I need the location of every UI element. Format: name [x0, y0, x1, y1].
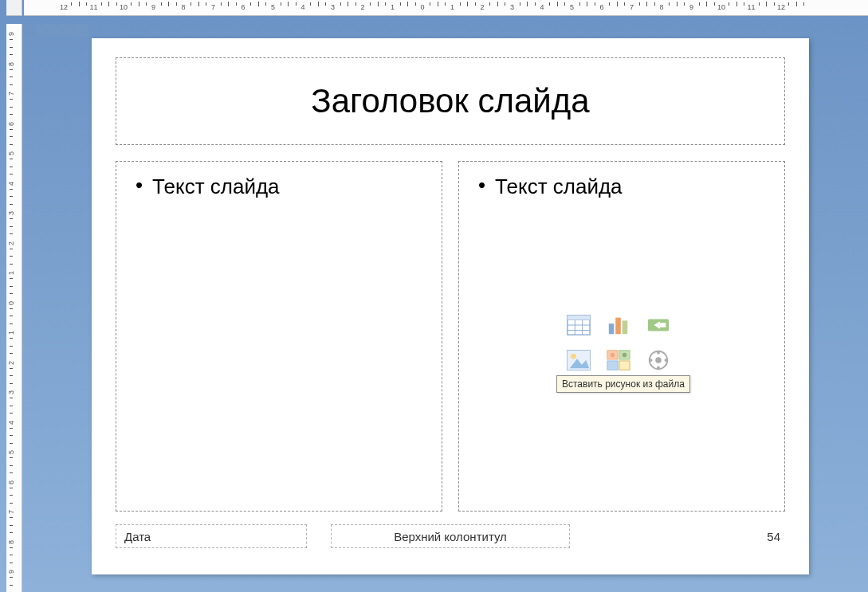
horizontal-ruler: 1211109876543210123456789101112 — [24, 0, 868, 16]
vertical-ruler: 9876543210123456789 — [6, 24, 22, 592]
svg-point-22 — [623, 353, 627, 358]
table-icon[interactable] — [565, 313, 592, 337]
slide-canvas[interactable]: Заголовок слайда Текст слайда Текст слай… — [92, 38, 809, 574]
svg-point-26 — [665, 359, 668, 362]
clipart-icon[interactable] — [605, 348, 632, 372]
tooltip-text: Вставить рисунок из файла — [562, 378, 685, 390]
svg-point-24 — [655, 357, 662, 363]
bullet-text-left: Текст слайда — [124, 168, 434, 199]
media-icon[interactable] — [645, 348, 672, 372]
svg-rect-6 — [568, 316, 590, 320]
tooltip: Вставить рисунок из файла — [556, 375, 690, 393]
title-text: Заголовок слайда — [311, 82, 589, 120]
insert-content-grid — [555, 313, 690, 380]
svg-point-28 — [650, 359, 653, 362]
svg-point-27 — [657, 367, 660, 370]
right-text: Текст слайда — [495, 174, 622, 199]
edge-shadow — [36, 24, 88, 37]
footer-date-text: Дата — [124, 530, 151, 543]
svg-point-25 — [657, 351, 660, 355]
page-number-text: 54 — [767, 530, 780, 543]
footer-center-placeholder[interactable]: Верхний колонтитул — [331, 524, 570, 548]
svg-rect-12 — [660, 323, 666, 327]
svg-point-21 — [611, 353, 615, 358]
svg-point-15 — [571, 354, 576, 359]
content-right-placeholder[interactable]: Текст слайда — [458, 161, 785, 512]
bullet-text-right: Текст слайда — [467, 168, 776, 199]
svg-rect-8 — [615, 318, 621, 335]
svg-rect-19 — [607, 361, 618, 370]
svg-rect-9 — [623, 320, 628, 334]
content-left-placeholder[interactable]: Текст слайда — [116, 161, 442, 512]
footer-center-text: Верхний колонтитул — [394, 530, 507, 543]
picture-icon[interactable] — [565, 348, 592, 372]
footer-date-placeholder[interactable]: Дата — [116, 524, 307, 548]
left-text: Текст слайда — [152, 174, 279, 199]
ruler-corner — [6, 0, 22, 16]
page-number[interactable]: 54 — [689, 524, 785, 548]
svg-rect-7 — [609, 323, 615, 334]
smartart-icon[interactable] — [645, 313, 672, 337]
title-placeholder[interactable]: Заголовок слайда — [116, 57, 785, 145]
chart-icon[interactable] — [605, 313, 632, 337]
svg-rect-20 — [619, 361, 630, 370]
